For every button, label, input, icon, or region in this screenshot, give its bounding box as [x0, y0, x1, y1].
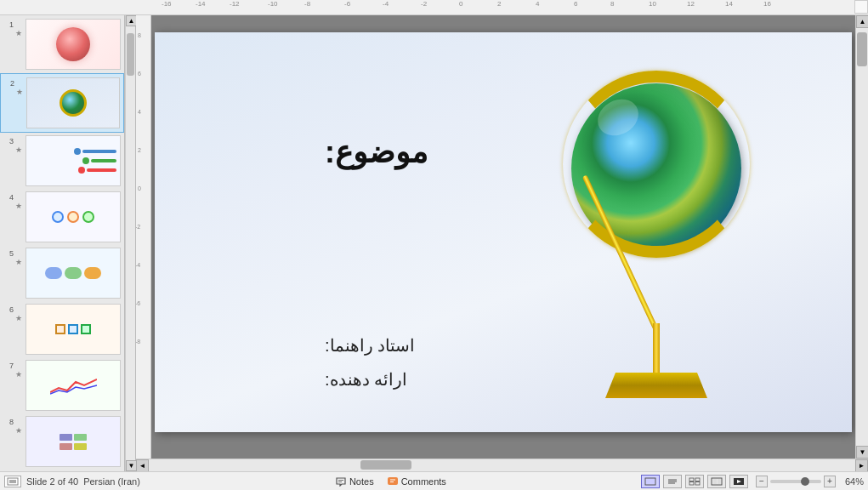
zoom-area: − + 64% [756, 476, 864, 487]
slide-number-4: 4 [3, 193, 14, 202]
slide-panel-vscroll[interactable]: ▲ ▼ [125, 15, 136, 471]
status-center: Notes Comments [147, 476, 634, 487]
zoom-plus-btn[interactable]: + [824, 476, 836, 487]
slideshow-view-btn[interactable] [729, 475, 748, 488]
slide-thumbnail-2[interactable]: 2 ★ [0, 73, 124, 133]
slide-number-2: 2 [4, 79, 14, 88]
slide-advisor-text: استاد راهنما: [325, 335, 415, 356]
status-right: − + 64% [641, 475, 864, 488]
svg-rect-16 [695, 481, 700, 485]
slide-info: Slide 2 of 40 [26, 476, 78, 487]
slide-star-2: ★ [16, 88, 25, 96]
normal-view-btn[interactable] [641, 475, 660, 488]
top-ruler-bar: -16 -14 -12 -10 -8 -6 -4 -2 0 2 4 6 8 10… [0, 0, 868, 15]
slide-star-6: ★ [15, 314, 24, 322]
svg-rect-15 [689, 481, 694, 485]
slide-panel: 1 ★ 2 ★ 3 [0, 15, 125, 471]
zoom-slider-track[interactable] [770, 480, 821, 483]
hscroll-right-btn[interactable]: ► [855, 459, 868, 472]
slide-thumbnail-5[interactable]: 5 ★ [0, 245, 124, 301]
slide-star-5: ★ [15, 258, 24, 266]
slide-number-1: 1 [3, 20, 14, 29]
reading-view-btn[interactable] [707, 475, 726, 488]
canvas-area: موضوع: استاد راهنما: ارائه دهنده: [151, 15, 855, 459]
slide-star-4: ★ [15, 202, 24, 210]
hscroll-left-btn[interactable]: ◄ [136, 459, 149, 472]
svg-rect-1 [9, 480, 16, 483]
slide-thumbnail-1[interactable]: 1 ★ [0, 15, 124, 73]
slide-star-3: ★ [15, 145, 24, 154]
svg-rect-13 [689, 478, 694, 481]
slide-main[interactable]: موضوع: استاد راهنما: ارائه دهنده: [155, 32, 852, 432]
slide-star-7: ★ [15, 370, 24, 379]
slide-thumbnail-9[interactable]: 9 ★ [0, 470, 124, 471]
slide-thumbnail-8[interactable]: 8 ★ [0, 413, 124, 470]
comments-button[interactable]: Comments [387, 476, 446, 487]
slide-number-6: 6 [3, 305, 14, 314]
slide-subject-text: موضوع: [325, 134, 428, 170]
slide-presenter-text: ارائه دهنده: [325, 369, 407, 390]
left-ruler: 8 6 4 2 0 -2 -4 -6 -8 [136, 15, 151, 459]
vscroll-down-btn[interactable]: ▼ [856, 446, 868, 459]
slide-number-3: 3 [3, 137, 14, 145]
notes-icon [335, 476, 347, 487]
svg-rect-5 [388, 477, 398, 485]
notes-label: Notes [349, 476, 374, 487]
zoom-slider-thumb[interactable] [801, 477, 809, 486]
zoom-percent: 64% [838, 476, 864, 487]
canvas-vscrollbar[interactable]: ▲ ▼ [855, 15, 868, 459]
language-info: Persian (Iran) [83, 476, 140, 487]
svg-rect-18 [713, 479, 717, 484]
slide-thumbnail-7[interactable]: 7 ★ [0, 357, 124, 413]
slide-thumbnail-6[interactable]: 6 ★ [0, 301, 124, 357]
slide-number-7: 7 [3, 362, 14, 370]
slide-count-icon[interactable] [4, 476, 21, 487]
slide-star-8: ★ [15, 426, 24, 435]
slide-thumbnail-3[interactable]: 3 ★ [0, 133, 124, 189]
vscroll-up-btn[interactable]: ▲ [856, 15, 868, 28]
slide-number-5: 5 [3, 249, 14, 258]
notes-button[interactable]: Notes [335, 476, 374, 487]
hscrollbar[interactable]: ◄ ► [136, 459, 868, 471]
slide-thumbnail-4[interactable]: 4 ★ [0, 189, 124, 245]
status-left: Slide 2 of 40 Persian (Iran) [4, 476, 140, 487]
comments-label: Comments [401, 476, 446, 487]
globe-container [512, 66, 801, 407]
comments-icon [387, 476, 399, 487]
outline-view-btn[interactable] [663, 475, 682, 488]
svg-rect-9 [646, 479, 655, 484]
status-bar: Slide 2 of 40 Persian (Iran) Notes Comme… [0, 471, 868, 490]
grid-view-btn[interactable] [685, 475, 704, 488]
svg-rect-14 [695, 478, 700, 481]
svg-rect-19 [718, 479, 721, 484]
slide-number-8: 8 [3, 418, 14, 426]
zoom-minus-btn[interactable]: − [756, 476, 768, 487]
slide-star-1: ★ [15, 29, 24, 37]
